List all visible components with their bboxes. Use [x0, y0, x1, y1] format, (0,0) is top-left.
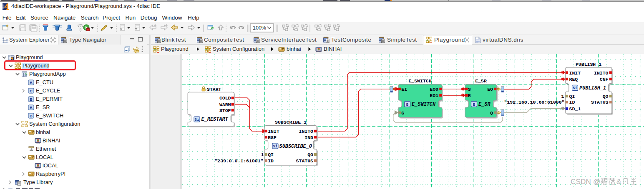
- svg-text:RSP: RSP: [268, 135, 277, 140]
- svg-text:E_PERMIT: E_PERMIT: [36, 96, 63, 102]
- svg-text:START: START: [207, 87, 221, 92]
- svg-text:STATUS: STATUS: [591, 99, 609, 105]
- svg-text:INITO: INITO: [299, 129, 313, 134]
- svg-text:ID: ID: [569, 99, 575, 105]
- svg-text:E_SWITCH: E_SWITCH: [412, 102, 436, 107]
- svg-text:100%: 100%: [253, 25, 266, 31]
- svg-text:EI: EI: [401, 87, 407, 92]
- svg-text:E_CTU: E_CTU: [36, 79, 53, 85]
- svg-text:ID: ID: [268, 158, 274, 164]
- svg-text:Playground: Playground: [16, 54, 43, 60]
- svg-text:Ethernet: Ethernet: [36, 146, 56, 152]
- svg-text:CSDN @: CSDN @: [571, 178, 600, 186]
- svg-text:System Configuration: System Configuration: [29, 121, 80, 127]
- svg-text:E_SR: E_SR: [36, 104, 50, 110]
- svg-text:R: R: [468, 93, 471, 98]
- svg-text:S: S: [468, 87, 471, 92]
- svg-text:&: &: [616, 178, 621, 186]
- svg-text:EO: EO: [487, 87, 493, 92]
- svg-text:QO: QO: [603, 94, 609, 99]
- svg-text:Q: Q: [490, 110, 493, 116]
- svg-text:STATUS: STATUS: [296, 158, 314, 164]
- svg-text:"192.168.10.68:61000": "192.168.10.68:61000": [504, 99, 565, 105]
- svg-text:G: G: [401, 110, 404, 116]
- svg-text:WARM: WARM: [219, 102, 231, 107]
- svg-text:REQ: REQ: [569, 77, 578, 82]
- svg-text:lOCAL: lOCAL: [43, 162, 58, 169]
- svg-text:E_SWITCH: E_SWITCH: [408, 78, 431, 84]
- svg-text:"239.0.0.1:61001": "239.0.0.1:61001": [214, 158, 263, 164]
- svg-text:SD_1: SD_1: [569, 106, 581, 112]
- svg-text:CNF: CNF: [600, 77, 609, 82]
- svg-text:INITO: INITO: [594, 70, 609, 76]
- svg-text:IND: IND: [304, 135, 313, 140]
- svg-text:EO0: EO0: [430, 87, 438, 92]
- svg-text:binhai: binhai: [36, 129, 50, 135]
- svg-text:RaspberryPI: RaspberryPI: [36, 171, 65, 177]
- svg-text:COLD: COLD: [219, 95, 231, 101]
- svg-text:1: 1: [561, 94, 564, 99]
- svg-text:BINHAI: BINHAI: [43, 137, 60, 144]
- svg-text:PUBLISH_1: PUBLISH_1: [576, 62, 601, 67]
- svg-text:EO1: EO1: [430, 93, 438, 98]
- svg-text:1: 1: [261, 152, 264, 157]
- svg-text:PlaygroundApp: PlaygroundApp: [29, 71, 66, 77]
- svg-text:PUBLISH_1: PUBLISH_1: [579, 85, 606, 91]
- svg-text:INIT: INIT: [268, 129, 279, 134]
- svg-text:E_RESTART: E_RESTART: [201, 117, 229, 122]
- svg-text:INIT: INIT: [569, 70, 581, 76]
- svg-text:E_SWITCH: E_SWITCH: [36, 112, 63, 119]
- svg-text:STOP: STOP: [219, 108, 231, 113]
- svg-text:E_SR: E_SR: [478, 102, 491, 107]
- svg-text:QI: QI: [268, 152, 274, 157]
- svg-text:SUBSCRIBE_1: SUBSCRIBE_1: [275, 119, 307, 125]
- svg-text:E_CYCLE: E_CYCLE: [36, 87, 60, 94]
- svg-text:E_SR: E_SR: [475, 78, 487, 84]
- svg-text:SUBSCRIBE_0: SUBSCRIBE_0: [279, 144, 312, 149]
- svg-text:LOCAL: LOCAL: [36, 154, 53, 160]
- svg-text:QO: QO: [307, 152, 313, 157]
- svg-text:QI: QI: [569, 94, 575, 99]
- svg-text:Type Library: Type Library: [23, 179, 53, 185]
